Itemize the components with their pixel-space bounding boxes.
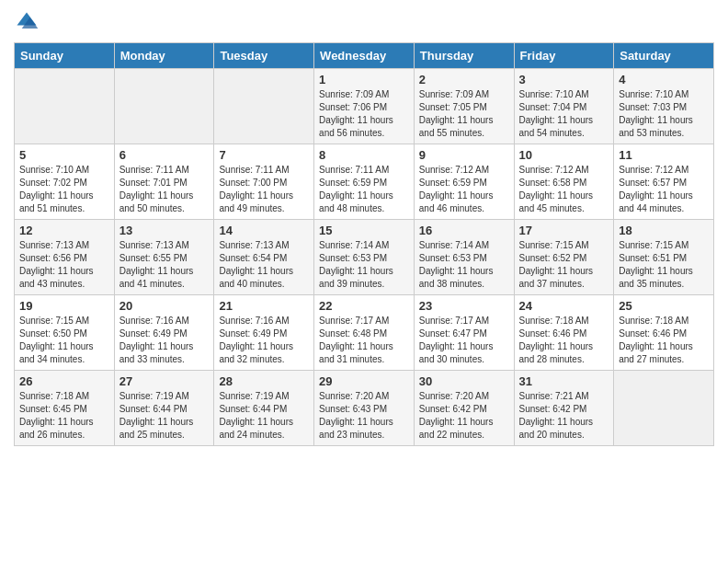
day-info: Sunrise: 7:16 AMSunset: 6:49 PMDaylight:… [219, 315, 309, 366]
day-number: 8 [319, 148, 409, 162]
day-number: 10 [519, 148, 609, 162]
weekday-header-thursday: Thursday [414, 43, 514, 69]
day-number: 28 [219, 374, 309, 388]
week-row-3: 12Sunrise: 7:13 AMSunset: 6:56 PMDayligh… [15, 220, 714, 295]
day-info: Sunrise: 7:19 AMSunset: 6:44 PMDaylight:… [119, 390, 210, 442]
header [14, 9, 714, 35]
calendar-cell: 11Sunrise: 7:12 AMSunset: 6:57 PMDayligh… [614, 144, 714, 220]
day-info: Sunrise: 7:11 AMSunset: 7:00 PMDaylight:… [219, 164, 309, 215]
calendar-cell: 5Sunrise: 7:10 AMSunset: 7:02 PMDaylight… [15, 144, 115, 220]
day-number: 16 [419, 224, 509, 237]
week-row-4: 19Sunrise: 7:15 AMSunset: 6:50 PMDayligh… [15, 295, 714, 371]
day-number: 14 [219, 224, 309, 237]
calendar-cell: 12Sunrise: 7:13 AMSunset: 6:56 PMDayligh… [15, 220, 115, 295]
day-number: 17 [519, 224, 609, 237]
weekday-header-saturday: Saturday [614, 43, 714, 69]
day-info: Sunrise: 7:21 AMSunset: 6:42 PMDaylight:… [519, 390, 609, 442]
week-row-2: 5Sunrise: 7:10 AMSunset: 7:02 PMDaylight… [15, 144, 714, 220]
day-number: 29 [319, 374, 409, 388]
day-number: 2 [419, 73, 509, 86]
calendar-cell: 7Sunrise: 7:11 AMSunset: 7:00 PMDaylight… [214, 144, 314, 220]
calendar-cell: 29Sunrise: 7:20 AMSunset: 6:43 PMDayligh… [314, 371, 415, 446]
day-number: 18 [619, 224, 709, 237]
day-number: 4 [619, 73, 709, 86]
calendar-cell: 8Sunrise: 7:11 AMSunset: 6:59 PMDaylight… [314, 144, 415, 220]
day-info: Sunrise: 7:13 AMSunset: 6:55 PMDaylight:… [119, 239, 210, 291]
day-number: 21 [219, 299, 309, 313]
day-info: Sunrise: 7:10 AMSunset: 7:03 PMDaylight:… [619, 88, 709, 140]
day-info: Sunrise: 7:20 AMSunset: 6:43 PMDaylight:… [319, 390, 409, 442]
day-number: 31 [519, 374, 609, 388]
calendar-cell: 15Sunrise: 7:14 AMSunset: 6:53 PMDayligh… [314, 220, 415, 295]
day-number: 22 [319, 299, 409, 313]
day-info: Sunrise: 7:12 AMSunset: 6:57 PMDaylight:… [619, 164, 709, 215]
day-info: Sunrise: 7:18 AMSunset: 6:46 PMDaylight:… [619, 315, 709, 366]
calendar-cell: 31Sunrise: 7:21 AMSunset: 6:42 PMDayligh… [514, 371, 614, 446]
calendar-cell: 18Sunrise: 7:15 AMSunset: 6:51 PMDayligh… [614, 220, 714, 295]
day-info: Sunrise: 7:19 AMSunset: 6:44 PMDaylight:… [219, 390, 309, 442]
day-info: Sunrise: 7:14 AMSunset: 6:53 PMDaylight:… [319, 239, 409, 291]
weekday-header-friday: Friday [514, 43, 614, 69]
day-number: 30 [419, 374, 509, 388]
calendar-cell [614, 371, 714, 446]
day-info: Sunrise: 7:12 AMSunset: 6:59 PMDaylight:… [419, 164, 509, 215]
calendar-cell: 24Sunrise: 7:18 AMSunset: 6:46 PMDayligh… [514, 295, 614, 371]
calendar-body: 1Sunrise: 7:09 AMSunset: 7:06 PMDaylight… [15, 69, 714, 446]
day-number: 13 [119, 224, 210, 237]
calendar-cell: 6Sunrise: 7:11 AMSunset: 7:01 PMDaylight… [114, 144, 214, 220]
day-number: 1 [319, 73, 409, 86]
calendar-cell: 19Sunrise: 7:15 AMSunset: 6:50 PMDayligh… [15, 295, 115, 371]
weekday-header-tuesday: Tuesday [214, 43, 314, 69]
calendar-cell: 4Sunrise: 7:10 AMSunset: 7:03 PMDaylight… [614, 69, 714, 144]
day-info: Sunrise: 7:15 AMSunset: 6:52 PMDaylight:… [519, 239, 609, 291]
day-info: Sunrise: 7:17 AMSunset: 6:48 PMDaylight:… [319, 315, 409, 366]
day-number: 19 [19, 299, 109, 313]
day-number: 24 [519, 299, 609, 313]
calendar-cell: 2Sunrise: 7:09 AMSunset: 7:05 PMDaylight… [414, 69, 514, 144]
day-info: Sunrise: 7:13 AMSunset: 6:54 PMDaylight:… [219, 239, 309, 291]
week-row-1: 1Sunrise: 7:09 AMSunset: 7:06 PMDaylight… [15, 69, 714, 144]
day-info: Sunrise: 7:18 AMSunset: 6:46 PMDaylight:… [519, 315, 609, 366]
calendar-cell: 1Sunrise: 7:09 AMSunset: 7:06 PMDaylight… [314, 69, 415, 144]
weekday-row: SundayMondayTuesdayWednesdayThursdayFrid… [15, 43, 714, 69]
calendar-cell: 9Sunrise: 7:12 AMSunset: 6:59 PMDaylight… [414, 144, 514, 220]
day-info: Sunrise: 7:10 AMSunset: 7:04 PMDaylight:… [519, 88, 609, 140]
day-info: Sunrise: 7:20 AMSunset: 6:42 PMDaylight:… [419, 390, 509, 442]
day-number: 15 [319, 224, 409, 237]
day-number: 20 [119, 299, 210, 313]
day-number: 27 [119, 374, 210, 388]
calendar-cell: 22Sunrise: 7:17 AMSunset: 6:48 PMDayligh… [314, 295, 415, 371]
day-info: Sunrise: 7:14 AMSunset: 6:53 PMDaylight:… [419, 239, 509, 291]
calendar-cell: 16Sunrise: 7:14 AMSunset: 6:53 PMDayligh… [414, 220, 514, 295]
day-number: 9 [419, 148, 509, 162]
day-number: 11 [619, 148, 709, 162]
calendar-cell [214, 69, 314, 144]
day-info: Sunrise: 7:16 AMSunset: 6:49 PMDaylight:… [119, 315, 210, 366]
calendar-header: SundayMondayTuesdayWednesdayThursdayFrid… [15, 43, 714, 69]
week-row-5: 26Sunrise: 7:18 AMSunset: 6:45 PMDayligh… [15, 371, 714, 446]
day-info: Sunrise: 7:13 AMSunset: 6:56 PMDaylight:… [19, 239, 109, 291]
logo [14, 9, 43, 35]
day-info: Sunrise: 7:11 AMSunset: 7:01 PMDaylight:… [119, 164, 210, 215]
day-info: Sunrise: 7:18 AMSunset: 6:45 PMDaylight:… [19, 390, 109, 442]
calendar-cell: 28Sunrise: 7:19 AMSunset: 6:44 PMDayligh… [214, 371, 314, 446]
day-info: Sunrise: 7:12 AMSunset: 6:58 PMDaylight:… [519, 164, 609, 215]
calendar-cell: 30Sunrise: 7:20 AMSunset: 6:42 PMDayligh… [414, 371, 514, 446]
calendar-cell: 10Sunrise: 7:12 AMSunset: 6:58 PMDayligh… [514, 144, 614, 220]
day-number: 6 [119, 148, 210, 162]
calendar-cell: 3Sunrise: 7:10 AMSunset: 7:04 PMDaylight… [514, 69, 614, 144]
calendar-cell: 25Sunrise: 7:18 AMSunset: 6:46 PMDayligh… [614, 295, 714, 371]
calendar-cell: 27Sunrise: 7:19 AMSunset: 6:44 PMDayligh… [114, 371, 214, 446]
calendar: SundayMondayTuesdayWednesdayThursdayFrid… [14, 42, 714, 446]
calendar-cell [114, 69, 214, 144]
day-number: 25 [619, 299, 709, 313]
day-number: 3 [519, 73, 609, 86]
day-info: Sunrise: 7:09 AMSunset: 7:06 PMDaylight:… [319, 88, 409, 140]
day-info: Sunrise: 7:15 AMSunset: 6:50 PMDaylight:… [19, 315, 109, 366]
day-number: 26 [19, 374, 109, 388]
calendar-cell: 23Sunrise: 7:17 AMSunset: 6:47 PMDayligh… [414, 295, 514, 371]
day-number: 5 [19, 148, 109, 162]
day-info: Sunrise: 7:11 AMSunset: 6:59 PMDaylight:… [319, 164, 409, 215]
day-info: Sunrise: 7:15 AMSunset: 6:51 PMDaylight:… [619, 239, 709, 291]
weekday-header-wednesday: Wednesday [314, 43, 415, 69]
